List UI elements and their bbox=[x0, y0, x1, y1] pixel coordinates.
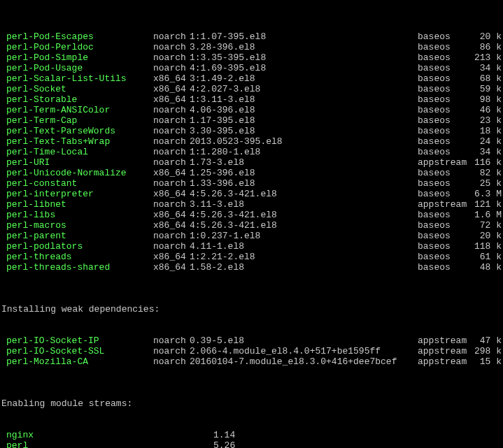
package-row: perl-podlatorsnoarch4.11-1.el8baseos118 … bbox=[1, 241, 502, 252]
package-version: 2013.0523-395.el8 bbox=[190, 136, 418, 147]
package-row: perl-macrosx86_644:5.26.3-421.el8baseos7… bbox=[1, 220, 502, 231]
package-version: 4:5.26.3-421.el8 bbox=[190, 220, 418, 231]
package-size: 20 k bbox=[468, 31, 502, 42]
package-arch: noarch bbox=[153, 346, 190, 356]
package-version: 3.11-3.el8 bbox=[190, 199, 418, 210]
package-arch: x86_64 bbox=[153, 252, 190, 262]
package-repo: appstream bbox=[418, 199, 468, 210]
package-repo: baseos bbox=[418, 178, 468, 189]
package-version: 3.30-395.el8 bbox=[190, 126, 418, 136]
package-arch: x86_64 bbox=[153, 220, 190, 231]
package-size: 47 k bbox=[468, 335, 502, 346]
package-repo: baseos bbox=[418, 115, 468, 126]
module-row: nginx1.14 bbox=[1, 430, 502, 440]
package-repo: appstream bbox=[418, 157, 468, 168]
package-repo: baseos bbox=[418, 168, 468, 178]
package-arch: x86_64 bbox=[153, 189, 190, 199]
package-size: 46 k bbox=[468, 105, 502, 115]
package-version: 1:1.07-395.el8 bbox=[190, 31, 418, 42]
package-repo: baseos bbox=[418, 84, 468, 94]
package-row: perl-Text-ParseWordsnoarch3.30-395.el8ba… bbox=[1, 126, 502, 136]
package-name: perl-Pod-Escapes bbox=[1, 31, 153, 42]
package-name: perl-Unicode-Normalize bbox=[1, 168, 153, 178]
module-name: nginx bbox=[1, 430, 213, 440]
package-repo: baseos bbox=[418, 189, 468, 199]
package-row: perl-Pod-Perldocnoarch3.28-396.el8baseos… bbox=[1, 42, 502, 52]
package-size: 15 k bbox=[468, 356, 502, 367]
package-arch: noarch bbox=[153, 147, 190, 157]
package-repo: appstream bbox=[418, 346, 468, 356]
package-arch: noarch bbox=[153, 52, 190, 63]
package-repo: baseos bbox=[418, 220, 468, 231]
package-repo: baseos bbox=[418, 42, 468, 52]
package-version: 1.33-396.el8 bbox=[190, 178, 418, 189]
package-name: perl-libnet bbox=[1, 199, 153, 210]
package-repo: baseos bbox=[418, 94, 468, 105]
package-version: 1.17-395.el8 bbox=[190, 115, 418, 126]
package-name: perl-Socket bbox=[1, 84, 153, 94]
package-arch: noarch bbox=[153, 136, 190, 147]
package-name: perl-URI bbox=[1, 157, 153, 168]
package-arch: noarch bbox=[153, 231, 190, 241]
package-version: 1:3.35-395.el8 bbox=[190, 52, 418, 63]
package-repo: appstream bbox=[418, 335, 468, 346]
package-name: perl-IO-Socket-SSL bbox=[1, 346, 153, 356]
package-size: 34 k bbox=[468, 63, 502, 73]
package-name: perl-parent bbox=[1, 231, 153, 241]
package-size: 6.3 M bbox=[468, 189, 502, 199]
package-row: perl-Term-ANSIColornoarch4.06-396.el8bas… bbox=[1, 105, 502, 115]
package-name: perl-Term-ANSIColor bbox=[1, 105, 153, 115]
package-arch: noarch bbox=[153, 126, 190, 136]
package-size: 298 k bbox=[468, 346, 502, 356]
package-row: perl-Pod-Usagenoarch4:1.69-395.el8baseos… bbox=[1, 63, 502, 73]
package-name: perl-constant bbox=[1, 178, 153, 189]
section-weak-deps: Installing weak dependencies: bbox=[1, 304, 502, 315]
package-repo: baseos bbox=[418, 147, 468, 157]
package-size: 98 k bbox=[468, 94, 502, 105]
package-version: 4.06-396.el8 bbox=[190, 105, 418, 115]
package-size: 59 k bbox=[468, 84, 502, 94]
module-version: 5.26 bbox=[213, 440, 502, 448]
package-row: perl-parentnoarch1:0.237-1.el8baseos20 k bbox=[1, 231, 502, 241]
package-version: 1:0.237-1.el8 bbox=[190, 231, 418, 241]
package-arch: noarch bbox=[153, 63, 190, 73]
package-row: perl-Socketx86_644:2.027-3.el8baseos59 k bbox=[1, 84, 502, 94]
package-version: 1:3.11-3.el8 bbox=[190, 94, 418, 105]
package-row: perl-threadsx86_641:2.21-2.el8baseos61 k bbox=[1, 252, 502, 262]
package-repo: baseos bbox=[418, 136, 468, 147]
package-row: perl-Mozilla-CAnoarch20160104-7.module_e… bbox=[1, 356, 502, 367]
package-size: 68 k bbox=[468, 73, 502, 84]
package-size: 116 k bbox=[468, 157, 502, 168]
package-size: 18 k bbox=[468, 126, 502, 136]
package-repo: baseos bbox=[418, 210, 468, 220]
package-arch: x86_64 bbox=[153, 84, 190, 94]
package-name: perl-Mozilla-CA bbox=[1, 356, 153, 367]
package-arch: noarch bbox=[153, 178, 190, 189]
package-row: perl-Time-Localnoarch1:1.280-1.el8baseos… bbox=[1, 147, 502, 157]
package-version: 1:2.21-2.el8 bbox=[190, 252, 418, 262]
package-size: 118 k bbox=[468, 241, 502, 252]
package-size: 23 k bbox=[468, 115, 502, 126]
package-size: 25 k bbox=[468, 178, 502, 189]
package-repo: baseos bbox=[418, 31, 468, 42]
package-name: perl-podlators bbox=[1, 241, 153, 252]
package-arch: x86_64 bbox=[153, 94, 190, 105]
package-version: 0.39-5.el8 bbox=[190, 335, 418, 346]
package-arch: x86_64 bbox=[153, 73, 190, 84]
package-size: 213 k bbox=[468, 52, 502, 63]
package-name: perl-Time-Local bbox=[1, 147, 153, 157]
package-version: 4:5.26.3-421.el8 bbox=[190, 189, 418, 199]
package-arch: noarch bbox=[153, 42, 190, 52]
package-arch: x86_64 bbox=[153, 210, 190, 220]
package-row: perl-Pod-Simplenoarch1:3.35-395.el8baseo… bbox=[1, 52, 502, 63]
package-row: perl-Storablex86_641:3.11-3.el8baseos98 … bbox=[1, 94, 502, 105]
package-size: 82 k bbox=[468, 168, 502, 178]
package-row: perl-Pod-Escapesnoarch1:1.07-395.el8base… bbox=[1, 31, 502, 42]
package-repo: appstream bbox=[418, 356, 468, 367]
package-row: perl-interpreterx86_644:5.26.3-421.el8ba… bbox=[1, 189, 502, 199]
package-name: perl-Scalar-List-Utils bbox=[1, 73, 153, 84]
package-row: perl-libsx86_644:5.26.3-421.el8baseos1.6… bbox=[1, 210, 502, 220]
package-version: 2.066-4.module_el8.4.0+517+be1595ff bbox=[190, 346, 418, 356]
package-version: 1.58-2.el8 bbox=[190, 262, 418, 273]
module-version: 1.14 bbox=[213, 430, 502, 440]
